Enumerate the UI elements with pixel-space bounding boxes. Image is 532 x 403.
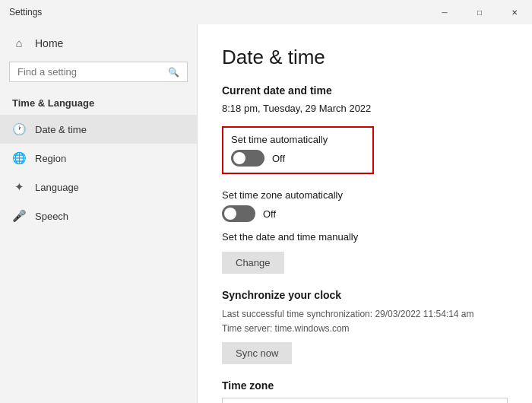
app-body: ⌂ Home 🔍 Time & Language 🕐 Date & time 🌐… — [0, 24, 532, 403]
timezone-label: Time zone — [222, 379, 508, 392]
set-timezone-auto-label: Set time zone automatically — [222, 189, 508, 201]
set-time-auto-toggle-row: Off — [231, 150, 365, 167]
maximize-button[interactable]: □ — [462, 0, 497, 24]
set-timezone-auto-block: Set time zone automatically Off — [222, 189, 508, 222]
search-input[interactable] — [17, 66, 162, 78]
sync-section: Synchronize your clock Last successful t… — [222, 289, 508, 364]
set-time-auto-block: Set time automatically Off — [222, 126, 374, 174]
set-timezone-auto-toggle-row: Off — [222, 205, 508, 222]
sidebar-item-language-label: Language — [35, 182, 79, 193]
set-time-auto-status: Off — [272, 153, 285, 164]
sync-section-title: Synchronize your clock — [222, 289, 508, 301]
sync-now-button[interactable]: Sync now — [222, 342, 292, 364]
sidebar-item-date-time[interactable]: 🕐 Date & time — [0, 115, 197, 144]
minimize-button[interactable]: ─ — [427, 0, 462, 24]
manual-date-section: Set the date and time manually Change — [222, 231, 508, 274]
titlebar-controls: ─ □ ✕ — [427, 0, 532, 24]
language-icon: ✦ — [12, 180, 26, 194]
toggle-track-auto-time — [231, 150, 264, 167]
change-button[interactable]: Change — [222, 252, 284, 274]
set-timezone-auto-status: Off — [263, 208, 276, 220]
sidebar-item-speech-label: Speech — [35, 211, 68, 222]
toggle-thumb-auto-tz — [224, 208, 236, 220]
toggle-track-auto-tz — [222, 205, 255, 222]
sidebar-item-speech[interactable]: 🎤 Speech — [0, 202, 197, 230]
sidebar-home-label: Home — [35, 37, 63, 49]
current-section-title: Current date and time — [222, 84, 508, 97]
region-icon: 🌐 — [12, 151, 26, 165]
current-time-value: 8:18 pm, Tuesday, 29 March 2022 — [222, 103, 508, 114]
toggle-thumb-auto-time — [233, 152, 245, 164]
titlebar: Settings ─ □ ✕ — [0, 0, 532, 24]
speech-icon: 🎤 — [12, 209, 26, 223]
set-time-auto-label: Set time automatically — [231, 134, 365, 145]
close-button[interactable]: ✕ — [497, 0, 532, 24]
home-icon: ⌂ — [12, 36, 26, 49]
sidebar-item-region-label: Region — [35, 153, 66, 164]
manual-date-label: Set the date and time manually — [222, 231, 508, 243]
page-title: Date & time — [222, 46, 508, 69]
timezone-select[interactable]: (UTC+08:00) Kuala Lumpur, Singapore — [222, 398, 508, 403]
content-area: Date & time Current date and time 8:18 p… — [198, 24, 532, 403]
sync-detail-line2: Time server: time.windows.com — [222, 323, 350, 334]
sidebar-item-language[interactable]: ✦ Language — [0, 173, 197, 202]
titlebar-title: Settings — [9, 7, 42, 17]
search-icon: 🔍 — [168, 67, 179, 78]
date-time-icon: 🕐 — [12, 122, 26, 136]
sidebar-section-label: Time & Language — [0, 88, 197, 115]
sidebar-item-home[interactable]: ⌂ Home — [0, 30, 197, 56]
timezone-section: Time zone (UTC+08:00) Kuala Lumpur, Sing… — [222, 379, 508, 403]
set-time-auto-toggle[interactable] — [231, 150, 264, 167]
sync-detail-line1: Last successful time synchronization: 29… — [222, 309, 474, 319]
search-box[interactable]: 🔍 — [9, 62, 188, 82]
sidebar: ⌂ Home 🔍 Time & Language 🕐 Date & time 🌐… — [0, 24, 198, 403]
sidebar-item-date-time-label: Date & time — [35, 124, 87, 135]
sidebar-item-region[interactable]: 🌐 Region — [0, 144, 197, 173]
sync-detail: Last successful time synchronization: 29… — [222, 307, 508, 336]
set-timezone-auto-toggle[interactable] — [222, 205, 255, 222]
